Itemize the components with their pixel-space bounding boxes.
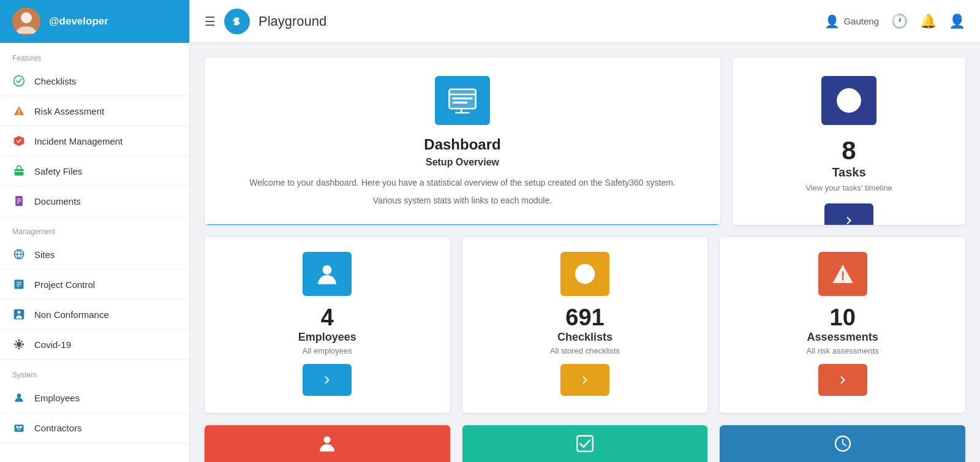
user-profile-icon[interactable]: 👤: [949, 13, 965, 29]
svg-point-40: [324, 436, 331, 443]
sidebar-item-risk-assessment[interactable]: Risk Assessment: [0, 96, 189, 126]
checklists-stat-top: 691 Checklists All stored checklists: [462, 237, 708, 413]
sidebar-label-safety-files: Safety Files: [34, 166, 82, 176]
employees-navigate-button[interactable]: [303, 364, 352, 396]
sidebar-item-contractors[interactable]: Contractors: [0, 413, 189, 443]
svg-point-1: [17, 26, 36, 34]
dashboard-intro-card: Dashboard Setup Overview Welcome to your…: [205, 58, 720, 225]
sidebar-label-incident: Incident Management: [34, 136, 123, 146]
globe-icon: [12, 248, 26, 261]
tasks-label: Tasks: [832, 165, 865, 180]
assessments-sublabel: All risk assessments: [807, 346, 879, 355]
sidebar-item-employees[interactable]: Employees: [0, 383, 189, 413]
sidebar: @developer Features Checklists Risk Asse…: [0, 0, 190, 462]
employees-icon-box: [303, 252, 352, 296]
main-content: ☰ Playground 👤 Gauteng 🕐 🔔 👤 Dashboard S…: [190, 0, 980, 462]
svg-point-28: [19, 426, 21, 428]
svg-point-23: [21, 341, 23, 343]
sidebar-item-project-control[interactable]: Project Control: [0, 270, 189, 300]
sidebar-item-covid[interactable]: Covid-19: [0, 330, 189, 360]
sidebar-label-non-conformance: Non Conformance: [34, 309, 109, 320]
sidebar-label-risk-assessment: Risk Assessment: [34, 106, 104, 116]
region-person-icon: 👤: [824, 14, 840, 29]
sidebar-item-incident-management[interactable]: Incident Management: [0, 126, 189, 156]
dashboard-subtitle: Setup Overview: [249, 157, 675, 168]
sidebar-label-covid: Covid-19: [34, 339, 71, 350]
svg-point-15: [18, 311, 21, 314]
sidebar-item-sites[interactable]: Sites: [0, 240, 189, 270]
employees-count: 4: [321, 305, 334, 331]
checklists-stat-card: 691 Checklists All stored checklists: [462, 237, 708, 413]
svg-point-18: [18, 347, 20, 349]
sidebar-item-documents[interactable]: Documents: [0, 186, 189, 216]
section-label-management: Management: [0, 216, 189, 240]
notification-bell-icon[interactable]: 🔔: [920, 13, 937, 29]
employee-icon: [12, 391, 26, 404]
check-circle-icon: [12, 74, 26, 88]
partial-card-2: [462, 425, 708, 462]
svg-point-2: [14, 76, 24, 86]
partial-card-1: [205, 425, 450, 462]
dashboard-desc2: Various system stats with links to each …: [249, 194, 675, 207]
svg-point-20: [22, 343, 24, 345]
region-selector[interactable]: 👤 Gauteng: [824, 14, 879, 29]
partial-strip-1: [205, 425, 450, 462]
region-label: Gauteng: [843, 16, 879, 26]
svg-point-27: [16, 426, 18, 428]
project-icon: [12, 278, 26, 291]
sidebar-item-non-conformance[interactable]: Non Conformance: [0, 300, 189, 330]
hamburger-menu-icon[interactable]: ☰: [205, 14, 216, 29]
section-label-features: Features: [0, 43, 189, 66]
content-area: Dashboard Setup Overview Welcome to your…: [190, 43, 980, 462]
svg-rect-26: [15, 425, 24, 432]
checklists-navigate-button[interactable]: [560, 364, 609, 396]
sidebar-label-employees: Employees: [34, 393, 80, 403]
svg-point-16: [17, 342, 21, 347]
checklists-label: Checklists: [557, 331, 612, 344]
svg-point-25: [17, 393, 21, 398]
sidebar-username: @developer: [49, 15, 108, 28]
svg-rect-3: [15, 169, 24, 176]
sidebar-label-contractors: Contractors: [34, 423, 82, 433]
employees-label: Employees: [298, 331, 356, 344]
dashboard-icon-box: [435, 76, 490, 125]
contractor-icon: [12, 421, 26, 434]
non-conformance-icon: [12, 308, 26, 321]
dashboard-title: Dashboard: [249, 136, 675, 153]
sidebar-label-sites: Sites: [34, 249, 55, 260]
svg-rect-34: [452, 102, 467, 104]
assessments-stat-top: 10 Assessments All risk assessments: [720, 237, 965, 413]
partial-card-3: [720, 425, 965, 462]
document-icon: [12, 194, 26, 208]
dashboard-card-body: Dashboard Setup Overview Welcome to your…: [225, 58, 699, 224]
clock-icon[interactable]: 🕐: [891, 13, 908, 29]
sidebar-label-project-control: Project Control: [34, 279, 95, 290]
assessments-stat-card: 10 Assessments All risk assessments: [720, 237, 965, 413]
employees-sublabel: All employees: [303, 346, 352, 355]
topbar-right: 👤 Gauteng 🕐 🔔 👤: [824, 13, 965, 29]
svg-point-17: [18, 339, 20, 341]
sidebar-item-checklists[interactable]: Checklists: [0, 66, 189, 96]
tasks-navigate-button[interactable]: [824, 203, 873, 225]
section-label-system: System: [0, 360, 189, 383]
dashboard-desc1: Welcome to your dashboard. Here you have…: [249, 176, 675, 189]
warning-triangle-icon: [12, 104, 26, 118]
assessments-navigate-button[interactable]: [818, 364, 867, 396]
partial-bottom-row: [205, 425, 965, 462]
svg-point-38: [323, 265, 332, 275]
dashboard-card-footer: [205, 224, 720, 225]
tasks-sublabel: View your tasks' timeline: [805, 183, 892, 192]
checklists-icon-box: [560, 252, 609, 296]
tasks-card: 8 Tasks View your tasks' timeline: [733, 58, 965, 225]
checklists-count: 691: [565, 305, 604, 331]
avatar: [12, 7, 40, 36]
tasks-count: 8: [842, 136, 856, 165]
checklists-sublabel: All stored checklists: [550, 346, 620, 355]
sidebar-item-safety-files[interactable]: Safety Files: [0, 156, 189, 186]
svg-point-21: [15, 341, 17, 343]
app-title: Playground: [258, 13, 326, 29]
sidebar-header: @developer: [0, 0, 189, 43]
svg-point-19: [14, 343, 16, 345]
tasks-card-top: 8 Tasks View your tasks' timeline: [733, 58, 965, 225]
svg-point-0: [21, 12, 32, 23]
